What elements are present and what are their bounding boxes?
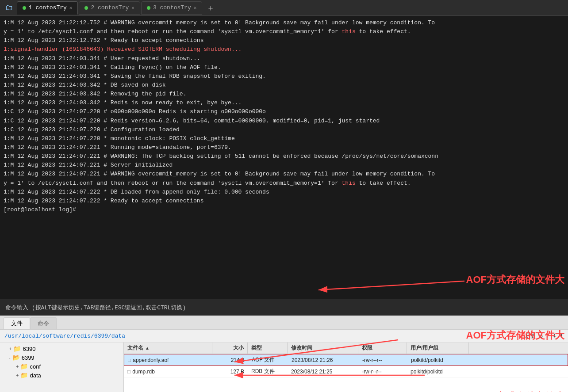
terminal-line: 1:M 12 Aug 2023 21:24:03.341 * Calling f… xyxy=(4,63,564,72)
file-panel: + 📁 6390 - 📂 6399 + 📁 conf + 📁 data xyxy=(0,343,568,392)
file-size-rdb: 127 B xyxy=(212,367,248,377)
add-tab-button[interactable]: ＋ xyxy=(203,3,218,13)
file-date-aof: 2023/08/12 21:26 xyxy=(288,355,359,365)
file-perm-aof: -rw-r--r-- xyxy=(359,355,407,365)
col-header-size[interactable]: 大小 xyxy=(212,343,248,354)
file-name-rdb: □ dump.rdb xyxy=(124,367,212,377)
folder-icon[interactable]: 🗂 xyxy=(2,3,17,12)
up-icon[interactable]: ↑ xyxy=(545,332,550,340)
file-icon-aof: □ xyxy=(128,357,131,363)
bottom-tab-commands[interactable]: 命令 xyxy=(30,317,57,329)
terminal-line: 1:M 12 Aug 2023 21:24:07.221 # Server in… xyxy=(4,161,564,170)
tab-dot-1 xyxy=(23,6,26,10)
tree-item-conf[interactable]: + 📁 conf xyxy=(0,362,123,371)
expand-6390[interactable]: + xyxy=(9,346,12,351)
terminal-line: 1:M 12 Aug 2023 21:24:03.342 * Removing … xyxy=(4,90,564,99)
file-row-aof[interactable]: □ appendonly.aof 214 B AOF 文件 2023/08/12… xyxy=(124,354,568,366)
terminal-line: 1:M 12 Aug 2023 21:24:07.221 # WARNING: … xyxy=(4,152,564,161)
expand-conf[interactable]: + xyxy=(16,364,19,369)
terminal-line: 1:M 12 Aug 2023 21:24:07.221 * Running m… xyxy=(4,143,564,152)
file-tree: + 📁 6390 - 📂 6399 + 📁 conf + 📁 data xyxy=(0,343,124,392)
tab-3-label: 3 contosTry xyxy=(153,4,191,11)
folder-icon-conf: 📁 xyxy=(20,363,28,370)
terminal-line: 1:signal-handler (1691846643) Received S… xyxy=(4,45,564,54)
terminal-line: 1:M 12 Aug 2023 21:24:03.341 # User requ… xyxy=(4,54,564,63)
col-header-type[interactable]: 类型 xyxy=(248,343,288,354)
terminal-line: 1:M 12 Aug 2023 21:24:07.222 * Ready to … xyxy=(4,197,564,206)
terminal-line: 1:M 12 Aug 2023 21:22:12.752 * Ready to … xyxy=(4,36,564,45)
folder-icon-6399: 📂 xyxy=(12,354,20,361)
terminal-line: 1:M 12 Aug 2023 21:24:03.341 * Saving th… xyxy=(4,72,564,81)
terminal-line: 1:M 12 Aug 2023 21:24:03.342 * Redis is … xyxy=(4,99,564,107)
tree-label-conf: conf xyxy=(30,363,41,370)
terminal-line: 1:C 12 Aug 2023 21:24:07.220 # o000o000o… xyxy=(4,107,564,116)
file-type-aof: AOF 文件 xyxy=(248,354,288,365)
tab-1-label: 1 contosTry xyxy=(29,4,67,11)
refresh-icon[interactable]: ↻ xyxy=(538,331,543,340)
upload-icon[interactable]: ⬆ xyxy=(559,331,564,340)
terminal[interactable]: 1:M 12 Aug 2023 21:22:12.752 # WARNING o… xyxy=(0,16,568,299)
tab-1-close[interactable]: ✕ xyxy=(69,5,73,11)
bottom-tab-files[interactable]: 文件 xyxy=(4,317,30,329)
file-icon-rdb: □ xyxy=(127,369,130,375)
expand-data[interactable]: + xyxy=(16,373,19,378)
expand-6399[interactable]: - xyxy=(9,355,11,360)
file-size-aof: 214 B xyxy=(213,355,248,365)
current-path: /usr/local/software/redis/6399/data xyxy=(4,333,125,339)
file-row-rdb[interactable]: □ dump.rdb 127 B RDB 文件 2023/08/12 21:25… xyxy=(124,366,568,377)
tree-item-6399[interactable]: - 📂 6399 xyxy=(0,353,123,362)
file-list: 文件名 大小 类型 修改时间 权限 用户/用户组 □ appendonly.ao… xyxy=(124,343,568,392)
col-header-user[interactable]: 用户/用户组 xyxy=(407,343,469,354)
terminal-line: 1:M 12 Aug 2023 21:24:07.220 * monotonic… xyxy=(4,134,564,143)
tab-dot-3 xyxy=(147,6,150,10)
tab-2-close[interactable]: ✕ xyxy=(131,5,134,11)
terminal-line: 1:C 12 Aug 2023 21:24:07.220 # Redis ver… xyxy=(4,117,564,126)
path-bar-controls: 历史 ↻ ↑ ⬇ ⬆ xyxy=(525,331,564,340)
col-header-name[interactable]: 文件名 xyxy=(124,343,212,354)
col-header-perm[interactable]: 权限 xyxy=(358,343,407,354)
terminal-prompt: [root@localhost log]# xyxy=(4,206,564,214)
bottom-panel: 文件 命令 /usr/local/software/redis/6399/dat… xyxy=(0,316,568,392)
col-header-date[interactable]: 修改时间 xyxy=(288,343,358,354)
terminal-line: 1:C 12 Aug 2023 21:24:07.220 # Configura… xyxy=(4,126,564,134)
history-label: 历史 xyxy=(525,332,536,340)
tab-1[interactable]: 1 contosTry ✕ xyxy=(17,1,78,15)
terminal-line: 1:M 12 Aug 2023 21:24:07.222 * DB loaded… xyxy=(4,188,564,197)
tab-3-close[interactable]: ✕ xyxy=(194,5,197,11)
cmd-input-bar: 命令输入 (按ALT键提示历史,TAB键路径,ESC键返回,双击CTRL切换) xyxy=(0,299,568,316)
tab-bar: 🗂 1 contosTry ✕ 2 contosTry ✕ 3 contosTr… xyxy=(0,0,568,16)
terminal-line: y = 1' to /etc/sysctl.conf and then rebo… xyxy=(4,179,564,188)
path-bar: /usr/local/software/redis/6399/data 历史 ↻… xyxy=(0,330,568,343)
tree-label-data: data xyxy=(30,372,41,379)
terminal-line: 1:M 12 Aug 2023 21:24:07.221 # WARNING o… xyxy=(4,170,564,179)
svg-line-1 xyxy=(319,281,464,290)
folder-icon-6390: 📁 xyxy=(13,345,21,352)
download-icon[interactable]: ⬇ xyxy=(553,331,557,340)
terminal-line: 1:M 12 Aug 2023 21:22:12.752 # WARNING o… xyxy=(4,19,564,27)
tree-label-6399: 6399 xyxy=(22,354,35,361)
file-date-rdb: 2023/08/12 21:25 xyxy=(288,367,358,377)
tab-3[interactable]: 3 contosTry ✕ xyxy=(141,1,202,15)
tree-item-data[interactable]: + 📁 data xyxy=(0,371,123,380)
folder-icon-data: 📁 xyxy=(20,372,28,379)
annotation-aof: AOF方式存储的文件大 xyxy=(466,274,564,285)
tree-item-6390[interactable]: + 📁 6390 xyxy=(0,344,123,353)
tab-dot-2 xyxy=(84,6,88,10)
tab-2-label: 2 contosTry xyxy=(91,4,129,11)
file-user-aof: polkitd/polkitd xyxy=(407,355,469,365)
cmd-input-label: 命令输入 (按ALT键提示历史,TAB键路径,ESC键返回,双击CTRL切换) xyxy=(5,304,186,312)
file-perm-rdb: -rw-r--r-- xyxy=(358,367,407,377)
terminal-line: 1:M 12 Aug 2023 21:24:03.342 * DB saved … xyxy=(4,81,564,90)
bottom-tab-bar: 文件 命令 xyxy=(0,316,568,330)
terminal-line: y = 1' to /etc/sysctl.conf and then rebo… xyxy=(4,27,564,36)
file-type-rdb: RDB 文件 xyxy=(248,366,288,377)
tab-2[interactable]: 2 contosTry ✕ xyxy=(79,1,140,15)
file-list-header: 文件名 大小 类型 修改时间 权限 用户/用户组 xyxy=(124,343,568,354)
tree-label-6390: 6390 xyxy=(23,346,35,352)
file-user-rdb: polkitd/polkitd xyxy=(407,367,469,377)
file-name-aof: □ appendonly.aof xyxy=(124,355,213,365)
